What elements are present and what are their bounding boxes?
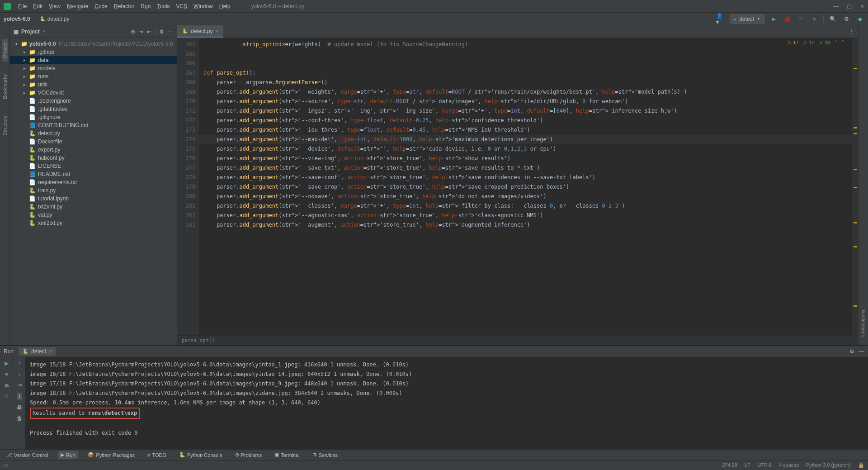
tree-file[interactable]: 📄requirements.txt: [10, 178, 177, 186]
down-icon[interactable]: ↓: [18, 371, 21, 377]
console-output[interactable]: image 15/18 F:\JetBrains\PycharmProjects…: [25, 357, 868, 449]
project-tree[interactable]: ▾📁yolov5-6.0F:\JetBrains\PycharmProjects…: [10, 38, 177, 345]
scroll-icon[interactable]: ⤓: [17, 393, 22, 400]
tree-file[interactable]: 📄.gitattributes: [10, 105, 177, 113]
search-icon[interactable]: 🔍: [828, 14, 837, 24]
stop-button[interactable]: ■: [810, 14, 819, 24]
menu-view[interactable]: View: [46, 2, 63, 10]
inspections-widget[interactable]: ⚠ 17 ⚠ 10 ✓ 28 ˄ ˅: [787, 40, 844, 46]
right-tool-notifications[interactable]: Notifications: [861, 306, 866, 341]
editor-tab-detect[interactable]: 🐍 detect.py ×: [177, 25, 223, 38]
left-tool-gutter: Project Bookmarks Structure: [0, 25, 10, 345]
weak-warning-count: ⚠ 10: [803, 40, 814, 46]
run-config-selector[interactable]: ▸ detect ▼: [730, 14, 764, 24]
up-icon[interactable]: ↑: [18, 360, 21, 366]
code-editor[interactable]: strip_optimizer(weights) # update model …: [199, 38, 852, 335]
hide-icon[interactable]: —: [168, 28, 173, 35]
left-tool-bookmarks[interactable]: Bookmarks: [2, 71, 8, 103]
chevron-up-icon[interactable]: ˄: [835, 40, 837, 46]
tree-file[interactable]: 🐍val.py: [10, 211, 177, 219]
tool-problems[interactable]: ⊘ Problems: [232, 451, 264, 459]
tool-version-control[interactable]: ⎇ Version Control: [4, 451, 51, 459]
menu-run[interactable]: Run: [138, 2, 153, 10]
menu-navigate[interactable]: Navigate: [64, 2, 91, 10]
run-tab-close-icon[interactable]: ×: [49, 348, 52, 355]
status-lock-icon[interactable]: 🔒: [858, 462, 864, 468]
tree-folder[interactable]: ▸📁runs: [10, 72, 177, 81]
tool-python-console[interactable]: 🐍 Python Console: [176, 451, 225, 459]
attach-icon[interactable]: ⎋: [5, 393, 8, 399]
menu-tools[interactable]: Tools: [154, 2, 172, 10]
status-indent[interactable]: 4 spaces: [779, 462, 799, 468]
menu-code[interactable]: Code: [92, 2, 110, 10]
run-settings-icon[interactable]: ⚙: [849, 348, 854, 355]
tab-close-icon[interactable]: ×: [216, 28, 219, 34]
tree-file[interactable]: 📄LICENSE: [10, 162, 177, 170]
tree-file[interactable]: 📄.dockerignore: [10, 97, 177, 105]
rerun-icon[interactable]: ▶: [5, 360, 9, 366]
status-enc[interactable]: UTF-8: [758, 462, 772, 468]
tree-file[interactable]: 🐍train.py: [10, 186, 177, 195]
tree-file[interactable]: 📘README.md: [10, 170, 177, 178]
menu-help[interactable]: Help: [217, 2, 233, 10]
tree-file[interactable]: 📄.gitignore: [10, 113, 177, 121]
tree-file[interactable]: 🐍export.py: [10, 146, 177, 154]
print-icon[interactable]: 🖶: [17, 404, 22, 411]
minimize-icon[interactable]: —: [833, 3, 839, 9]
exit-icon[interactable]: ⏏: [4, 382, 9, 388]
settings-icon[interactable]: ⚙: [159, 28, 164, 35]
user-icon[interactable]: 👤▾: [716, 14, 725, 24]
breadcrumb-file[interactable]: detect.py: [47, 16, 70, 22]
tree-file[interactable]: 🐍hubconf.py: [10, 154, 177, 162]
tool-services[interactable]: ⚗ Services: [310, 451, 340, 459]
menu-refactor[interactable]: Refactor: [111, 2, 137, 10]
tree-file[interactable]: 📄Dockerfile: [10, 138, 177, 146]
wrap-icon[interactable]: ⇥: [17, 382, 22, 388]
tree-folder[interactable]: ▸📁data: [10, 56, 177, 64]
tree-folder[interactable]: ▸📁.github: [10, 48, 177, 56]
chevron-down-icon[interactable]: ▼: [42, 29, 46, 33]
status-python[interactable]: Python 3.9 (pytorch): [806, 462, 851, 468]
status-pos[interactable]: 274:98: [722, 462, 737, 468]
expand-all-icon[interactable]: ⇥: [139, 28, 143, 35]
tree-file[interactable]: 📘CONTRIBUTING.md: [10, 121, 177, 129]
menu-window[interactable]: Window: [191, 2, 216, 10]
menu-edit[interactable]: Edit: [30, 2, 45, 10]
status-menu-icon[interactable]: ▭: [4, 462, 8, 468]
tab-menu-icon[interactable]: ⋮: [849, 28, 854, 35]
close-icon[interactable]: ✕: [860, 3, 864, 9]
tool-terminal[interactable]: ▣ Terminal: [272, 451, 302, 459]
menu-file[interactable]: File: [15, 2, 29, 10]
tool-run[interactable]: ▶ Run: [58, 451, 78, 459]
run-button[interactable]: ▶: [769, 14, 778, 24]
tree-root[interactable]: ▾📁yolov5-6.0F:\JetBrains\PycharmProjects…: [10, 40, 177, 48]
left-tool-project[interactable]: Project: [2, 39, 8, 62]
status-sep[interactable]: LF: [745, 462, 750, 468]
tool-todo[interactable]: ≡ TODO: [145, 451, 169, 459]
menu-vcs[interactable]: VCS: [173, 2, 190, 10]
collapse-all-icon[interactable]: ⇤: [147, 28, 151, 35]
stop-icon[interactable]: ■: [5, 371, 8, 377]
ide-logo-icon[interactable]: ◆: [855, 14, 864, 24]
breadcrumb-root[interactable]: yolov5-6.0: [4, 16, 30, 22]
tree-folder[interactable]: ▸📁utils: [10, 81, 177, 89]
chevron-down-icon[interactable]: ˅: [842, 40, 844, 46]
tree-folder[interactable]: ▸📁VOCdevkit: [10, 89, 177, 97]
tree-folder[interactable]: ▸📁models: [10, 64, 177, 72]
tree-file[interactable]: 🐍txt2xml.py: [10, 203, 177, 211]
run-hide-icon[interactable]: —: [859, 348, 864, 355]
run-tab[interactable]: 🐍 detect ×: [19, 347, 56, 356]
settings-icon[interactable]: ⚙: [842, 14, 851, 24]
select-opened-icon[interactable]: ⊕: [131, 28, 135, 35]
trash-icon[interactable]: 🗑: [17, 415, 22, 422]
debug-button[interactable]: 🐞: [783, 14, 792, 24]
maximize-icon[interactable]: ▢: [847, 3, 852, 9]
tree-file[interactable]: 🐍xml2txt.py: [10, 219, 177, 227]
tree-file[interactable]: 📄tutorial.ipynb: [10, 195, 177, 203]
tree-file[interactable]: 🐍detect.py: [10, 129, 177, 138]
run-coverage-button[interactable]: ⟳: [796, 14, 805, 24]
editor-breadcrumb[interactable]: parse_opt(): [177, 335, 858, 345]
error-stripe[interactable]: [852, 38, 858, 335]
left-tool-structure[interactable]: Structure: [2, 112, 8, 139]
tool-python-packages[interactable]: 📦 Python Packages: [85, 451, 137, 459]
